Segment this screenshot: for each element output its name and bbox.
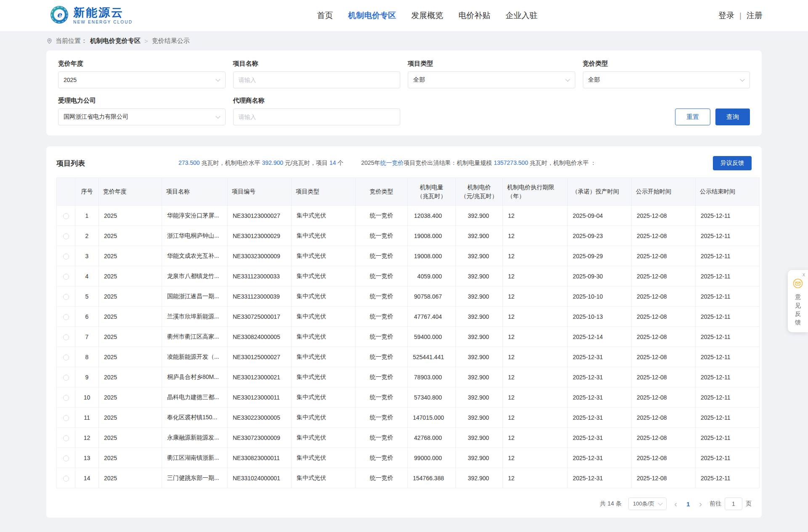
- logo-title: 新能源云: [73, 7, 133, 19]
- goto-page-input[interactable]: [725, 498, 742, 510]
- table-row: 62025兰溪市欣埠新能源...NE330725000017集中式光伏统一竞价4…: [57, 307, 760, 327]
- row-radio[interactable]: [63, 435, 69, 441]
- cell-code: NE330223000005: [228, 408, 292, 428]
- row-radio[interactable]: [63, 476, 69, 482]
- cell-bid-type: 统一竞价: [356, 347, 408, 367]
- current-page[interactable]: 1: [685, 500, 691, 508]
- cell-prod-date: 2025-12-31: [568, 428, 632, 448]
- cell-prod-date: 2025-12-14: [568, 327, 632, 347]
- cell-year: 2025: [99, 226, 162, 246]
- row-radio[interactable]: [63, 355, 69, 360]
- next-page-button[interactable]: ›: [698, 500, 703, 508]
- cell-year: 2025: [99, 408, 162, 428]
- cell-project-type: 集中式光伏: [292, 387, 356, 408]
- cell-pub-end: 2025-12-11: [696, 307, 760, 327]
- cell-price: 392.900: [456, 428, 503, 448]
- cell-pub-end: 2025-12-11: [696, 327, 760, 347]
- row-radio[interactable]: [63, 213, 69, 219]
- row-radio[interactable]: [63, 375, 69, 381]
- breadcrumb: 当前位置： 机制电价竞价专区 > 竞价结果公示: [46, 31, 762, 50]
- cell-code: NE330723000009: [228, 428, 292, 448]
- cell-prod-date: 2025-09-23: [568, 226, 632, 246]
- cell-project-type: 集中式光伏: [292, 367, 356, 387]
- login-link[interactable]: 登录: [718, 10, 734, 21]
- agent-name-label: 代理商名称: [233, 97, 401, 105]
- cell-energy: 19008.000: [408, 246, 456, 266]
- cell-pub-end: 2025-12-11: [696, 387, 760, 408]
- cell-project-type: 集中式光伏: [292, 347, 356, 367]
- cell-project-type: 集中式光伏: [292, 448, 356, 468]
- nav-item-4[interactable]: 企业入驻: [505, 10, 537, 21]
- radio-cell: [57, 246, 75, 266]
- goto-suffix: 页: [746, 500, 752, 508]
- cell-pub-end: 2025-12-11: [696, 468, 760, 488]
- nav-item-3[interactable]: 电价补贴: [458, 10, 490, 21]
- search-button[interactable]: 查询: [715, 109, 750, 125]
- column-header-price: 机制电价 （元/兆瓦时）: [456, 178, 503, 206]
- table-row: 32025华能文成农光互补...NE330323000009集中式光伏统一竞价1…: [57, 246, 760, 266]
- close-icon[interactable]: x: [803, 272, 805, 278]
- column-header-name: 项目名称: [162, 178, 228, 206]
- cell-name: 国能浙江遂昌一期...: [162, 286, 228, 307]
- cell-term: 12: [503, 266, 568, 286]
- radio-cell: [57, 266, 75, 286]
- row-radio[interactable]: [63, 274, 69, 280]
- power-company-select[interactable]: 国网浙江省电力有限公司: [58, 109, 226, 125]
- project-name-input[interactable]: [233, 71, 401, 88]
- row-radio[interactable]: [63, 415, 69, 421]
- cell-name: 龙泉市八都镇龙竹...: [162, 266, 228, 286]
- cell-index: 4: [75, 266, 99, 286]
- nav-item-0[interactable]: 首页: [317, 10, 333, 21]
- cell-price: 392.900: [456, 226, 503, 246]
- cell-code: NE330823000011: [228, 448, 292, 468]
- cell-name: 衢江区湖南镇浙新...: [162, 448, 228, 468]
- chevron-down-icon: [565, 77, 570, 82]
- cell-project-type: 集中式光伏: [292, 266, 356, 286]
- field-project-name: 项目名称: [233, 60, 401, 88]
- pagination: 共 14 条 100条/页 ‹ 1 › 前往 页: [56, 498, 752, 510]
- row-radio[interactable]: [63, 395, 69, 401]
- breadcrumb-section[interactable]: 机制电价竞价专区: [90, 37, 141, 45]
- cell-energy: 154766.388: [408, 468, 456, 488]
- project-name-label: 项目名称: [233, 60, 401, 68]
- objection-feedback-button[interactable]: 异议反馈: [713, 156, 752, 170]
- cell-year: 2025: [99, 428, 162, 448]
- cell-energy: 42768.000: [408, 428, 456, 448]
- cell-pub-end: 2025-12-11: [696, 246, 760, 266]
- row-radio[interactable]: [63, 314, 69, 320]
- main-nav: 首页机制电价专区发展概览电价补贴企业入驻: [317, 10, 537, 21]
- cell-index: 10: [75, 387, 99, 408]
- cell-code: NE331123000033: [228, 266, 292, 286]
- row-radio[interactable]: [63, 455, 69, 461]
- cell-price: 392.900: [456, 266, 503, 286]
- cell-pub-end: 2025-12-11: [696, 448, 760, 468]
- cell-energy: 90758.067: [408, 286, 456, 307]
- list-header: 项目列表 273.500 兆瓦时，机制电价水平 392.900 元/兆瓦时，项目…: [56, 155, 752, 172]
- cell-bid-type: 统一竞价: [356, 387, 408, 408]
- bid-year-select[interactable]: 2025: [58, 71, 226, 88]
- project-type-select[interactable]: 全部: [408, 71, 575, 88]
- nav-item-1[interactable]: 机制电价专区: [348, 10, 396, 21]
- nav-item-2[interactable]: 发展概览: [411, 10, 443, 21]
- table-row: 22025浙江华电桐庐钟山...NE330123000029集中式光伏统一竞价1…: [57, 226, 760, 246]
- cell-index: 6: [75, 307, 99, 327]
- row-radio[interactable]: [63, 233, 69, 239]
- row-radio[interactable]: [63, 294, 69, 300]
- cell-price: 392.900: [456, 327, 503, 347]
- agent-name-input[interactable]: [233, 109, 401, 125]
- table-row: 42025龙泉市八都镇龙竹...NE331123000033集中式光伏统一竞价4…: [57, 266, 760, 286]
- cell-pub-start: 2025-12-08: [632, 226, 696, 246]
- row-radio[interactable]: [63, 254, 69, 259]
- feedback-label[interactable]: 意见反馈: [795, 293, 801, 326]
- cell-project-type: 集中式光伏: [292, 428, 356, 448]
- prev-page-button[interactable]: ‹: [673, 500, 678, 508]
- reset-button[interactable]: 重置: [675, 109, 710, 125]
- cell-index: 2: [75, 226, 99, 246]
- breadcrumb-separator: >: [144, 37, 148, 45]
- register-link[interactable]: 注册: [747, 10, 763, 21]
- page-size-select[interactable]: 100条/页: [628, 498, 667, 510]
- cell-project-type: 集中式光伏: [292, 408, 356, 428]
- column-header-bid-type: 竞价类型: [356, 178, 408, 206]
- row-radio[interactable]: [63, 334, 69, 340]
- bid-type-select[interactable]: 全部: [583, 71, 750, 88]
